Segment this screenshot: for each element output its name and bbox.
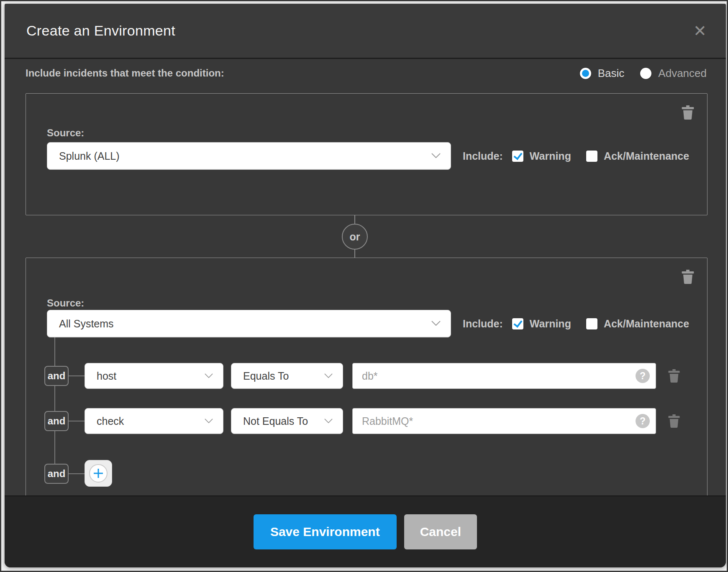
rule-connector-stub — [69, 375, 85, 376]
condition-group-2: Source: All Systems Include: Warning — [26, 258, 707, 495]
field-select-value: check — [97, 415, 124, 427]
modal-footer: Save Environment Cancel — [5, 495, 726, 567]
value-field-wrap: ? — [352, 363, 656, 389]
modal-header: Create an Environment ✕ — [5, 4, 726, 59]
and-connector-badge: and — [44, 411, 69, 431]
delete-rule-icon[interactable] — [668, 414, 680, 428]
field-select[interactable]: host — [85, 363, 223, 389]
include-row: Include: Warning Ack/Maintenance — [463, 310, 689, 337]
advanced-radio-label: Advanced — [658, 67, 707, 80]
chevron-down-icon — [205, 372, 213, 380]
or-connector: or — [342, 224, 368, 250]
include-label: Include: — [463, 318, 503, 330]
cancel-button[interactable]: Cancel — [404, 514, 477, 549]
include-label: Include: — [463, 150, 503, 162]
add-rule-button[interactable] — [85, 460, 112, 487]
warning-label: Warning — [530, 150, 571, 162]
source-select-value: Splunk (ALL) — [59, 150, 120, 162]
source-label: Source: — [47, 127, 84, 139]
rule-connector-spine — [54, 337, 55, 474]
source-select[interactable]: Splunk (ALL) — [47, 142, 451, 170]
close-icon[interactable]: ✕ — [689, 20, 711, 42]
condition-row: Include incidents that meet the conditio… — [26, 64, 707, 83]
chevron-down-icon — [431, 320, 441, 327]
mode-option-advanced[interactable]: Advanced — [640, 67, 707, 80]
rule-connector-stub — [69, 421, 85, 421]
chevron-down-icon — [324, 417, 333, 425]
create-environment-modal: Create an Environment ✕ Include incident… — [5, 4, 726, 567]
advanced-radio[interactable] — [640, 68, 651, 79]
field-select[interactable]: check — [85, 408, 223, 434]
window-frame: Create an Environment ✕ Include incident… — [0, 0, 728, 572]
operator-select-value: Not Equals To — [243, 415, 308, 427]
value-input[interactable] — [353, 363, 656, 388]
warning-option[interactable]: Warning — [512, 318, 571, 330]
plus-icon — [89, 464, 108, 483]
help-icon[interactable]: ? — [636, 414, 650, 428]
and-connector-badge: and — [44, 464, 69, 484]
condition-group-1: Source: Splunk (ALL) Include: Warning — [26, 93, 707, 215]
warning-checkbox[interactable] — [512, 318, 523, 329]
ack-maintenance-option[interactable]: Ack/Maintenance — [586, 150, 689, 162]
operator-select[interactable]: Equals To — [231, 363, 343, 389]
save-environment-button[interactable]: Save Environment — [254, 514, 397, 549]
ack-maintenance-option[interactable]: Ack/Maintenance — [586, 318, 689, 330]
include-row: Include: Warning Ack/Maintenance — [463, 142, 689, 170]
delete-group-icon[interactable] — [681, 105, 695, 120]
basic-radio-label: Basic — [598, 67, 625, 80]
help-icon[interactable]: ? — [636, 369, 650, 383]
mode-option-basic[interactable]: Basic — [580, 67, 625, 80]
source-select-value: All Systems — [59, 318, 114, 330]
ack-maintenance-label: Ack/Maintenance — [604, 150, 689, 162]
basic-radio[interactable] — [580, 68, 591, 79]
delete-group-icon[interactable] — [681, 270, 695, 284]
warning-option[interactable]: Warning — [512, 150, 571, 162]
delete-rule-icon[interactable] — [668, 369, 680, 383]
ack-maintenance-label: Ack/Maintenance — [604, 318, 689, 330]
ack-maintenance-checkbox[interactable] — [586, 318, 597, 329]
source-select[interactable]: All Systems — [47, 310, 451, 337]
mode-radio-group: Basic Advanced — [580, 67, 707, 80]
value-field-wrap: ? — [352, 408, 656, 434]
condition-label: Include incidents that meet the conditio… — [26, 67, 224, 79]
and-connector-badge: and — [44, 366, 69, 386]
chevron-down-icon — [205, 417, 213, 425]
operator-select-value: Equals To — [243, 370, 289, 382]
value-input[interactable] — [353, 409, 656, 434]
chevron-down-icon — [324, 372, 333, 380]
warning-label: Warning — [530, 318, 571, 330]
warning-checkbox[interactable] — [512, 151, 523, 162]
field-select-value: host — [97, 370, 116, 382]
modal-body: Include incidents that meet the conditio… — [5, 60, 726, 495]
source-label: Source: — [47, 297, 84, 309]
operator-select[interactable]: Not Equals To — [231, 408, 343, 434]
page-title: Create an Environment — [26, 23, 175, 39]
rule-connector-stub — [69, 473, 85, 474]
chevron-down-icon — [431, 152, 441, 160]
ack-maintenance-checkbox[interactable] — [586, 151, 597, 162]
